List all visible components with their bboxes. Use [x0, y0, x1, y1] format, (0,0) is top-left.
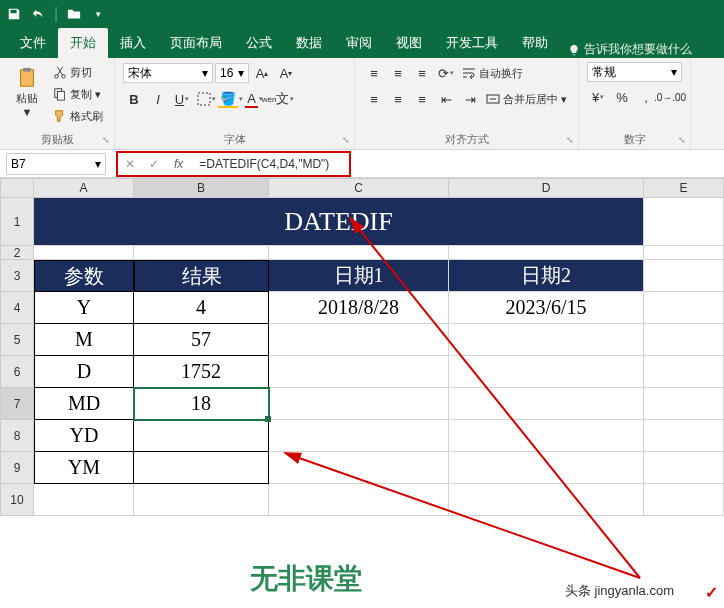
phonetic-button[interactable]: wén文▾: [267, 88, 289, 110]
row-header-8[interactable]: 8: [0, 420, 34, 452]
row-header-5[interactable]: 5: [0, 324, 34, 356]
cell[interactable]: [644, 292, 724, 324]
cell[interactable]: [644, 198, 724, 246]
formula-input[interactable]: =DATEDIF(C4,D4,"MD"): [191, 157, 329, 171]
col-header-e[interactable]: E: [644, 178, 724, 198]
currency-button[interactable]: ¥▾: [587, 86, 609, 108]
fx-icon[interactable]: fx: [166, 157, 191, 171]
underline-button[interactable]: U▾: [171, 88, 193, 110]
tell-me-search[interactable]: 告诉我你想要做什么: [568, 41, 692, 58]
cell[interactable]: [449, 420, 644, 452]
cell[interactable]: [644, 260, 724, 292]
row-header-2[interactable]: 2: [0, 246, 34, 260]
launcher-icon[interactable]: ⤡: [678, 135, 686, 145]
cancel-formula-button[interactable]: ✕: [118, 153, 142, 175]
cell-param[interactable]: Y: [34, 292, 134, 324]
col-header-c[interactable]: C: [269, 178, 449, 198]
align-right-button[interactable]: ≡: [411, 88, 433, 110]
cell-date2[interactable]: 2023/6/15: [449, 292, 644, 324]
cell[interactable]: [269, 420, 449, 452]
orientation-button[interactable]: ⟳▾: [435, 62, 457, 84]
row-header-6[interactable]: 6: [0, 356, 34, 388]
align-top-button[interactable]: ≡: [363, 62, 385, 84]
launcher-icon[interactable]: ⤡: [566, 135, 574, 145]
merge-center-button[interactable]: 合并后居中▾: [483, 89, 570, 109]
cell[interactable]: [134, 484, 269, 516]
cell-date1[interactable]: 2018/8/28: [269, 292, 449, 324]
cell[interactable]: [269, 484, 449, 516]
paste-button[interactable]: 粘贴 ▼: [8, 62, 46, 122]
tab-data[interactable]: 数据: [284, 28, 334, 58]
row-header-7[interactable]: 7: [0, 388, 34, 420]
align-center-button[interactable]: ≡: [387, 88, 409, 110]
cell[interactable]: [269, 356, 449, 388]
cell-param[interactable]: YD: [34, 420, 134, 452]
col-header-b[interactable]: B: [134, 178, 269, 198]
select-all-corner[interactable]: [0, 178, 34, 198]
cell[interactable]: [269, 246, 449, 260]
tab-help[interactable]: 帮助: [510, 28, 560, 58]
wrap-text-button[interactable]: 自动换行: [459, 63, 526, 83]
decrease-font-button[interactable]: A▾: [275, 62, 297, 84]
cell[interactable]: [449, 484, 644, 516]
name-box[interactable]: B7▾: [6, 153, 106, 175]
decrease-indent-button[interactable]: ⇤: [435, 88, 457, 110]
cell[interactable]: [449, 324, 644, 356]
increase-font-button[interactable]: A▴: [251, 62, 273, 84]
cell[interactable]: [34, 246, 134, 260]
cell[interactable]: [644, 452, 724, 484]
cell[interactable]: [134, 246, 269, 260]
cell-result[interactable]: [134, 420, 269, 452]
tab-home[interactable]: 开始: [58, 28, 108, 58]
row-header-9[interactable]: 9: [0, 452, 34, 484]
launcher-icon[interactable]: ⤡: [102, 135, 110, 145]
cell[interactable]: [269, 452, 449, 484]
tab-view[interactable]: 视图: [384, 28, 434, 58]
tab-review[interactable]: 审阅: [334, 28, 384, 58]
cut-button[interactable]: 剪切: [50, 62, 106, 82]
save-icon[interactable]: [6, 6, 22, 22]
cell-result[interactable]: [134, 452, 269, 484]
fill-color-button[interactable]: 🪣▾: [219, 88, 241, 110]
col-header-a[interactable]: A: [34, 178, 134, 198]
cell[interactable]: [644, 388, 724, 420]
tab-layout[interactable]: 页面布局: [158, 28, 234, 58]
cell-result[interactable]: 57: [134, 324, 269, 356]
cell-param[interactable]: YM: [34, 452, 134, 484]
cell-param[interactable]: D: [34, 356, 134, 388]
cell-result-selected[interactable]: 18: [134, 388, 269, 420]
header-result[interactable]: 结果: [134, 260, 269, 292]
undo-icon[interactable]: [30, 6, 46, 22]
tab-dev[interactable]: 开发工具: [434, 28, 510, 58]
col-header-d[interactable]: D: [449, 178, 644, 198]
fill-handle[interactable]: [265, 416, 271, 422]
tab-formulas[interactable]: 公式: [234, 28, 284, 58]
increase-indent-button[interactable]: ⇥: [459, 88, 481, 110]
cell[interactable]: [644, 484, 724, 516]
row-header-3[interactable]: 3: [0, 260, 34, 292]
cell[interactable]: [34, 484, 134, 516]
row-header-1[interactable]: 1: [0, 198, 34, 246]
align-middle-button[interactable]: ≡: [387, 62, 409, 84]
cell[interactable]: [644, 356, 724, 388]
cell-result[interactable]: 1752: [134, 356, 269, 388]
header-date2[interactable]: 日期2: [449, 260, 644, 292]
increase-decimal-button[interactable]: .0→.00: [659, 86, 681, 108]
enter-formula-button[interactable]: ✓: [142, 153, 166, 175]
launcher-icon[interactable]: ⤡: [342, 135, 350, 145]
italic-button[interactable]: I: [147, 88, 169, 110]
cell[interactable]: [644, 324, 724, 356]
align-left-button[interactable]: ≡: [363, 88, 385, 110]
number-format-select[interactable]: 常规▾: [587, 62, 682, 82]
header-param[interactable]: 参数: [34, 260, 134, 292]
percent-button[interactable]: %: [611, 86, 633, 108]
cell[interactable]: [269, 388, 449, 420]
cell[interactable]: [644, 420, 724, 452]
copy-button[interactable]: 复制▾: [50, 84, 106, 104]
font-name-select[interactable]: 宋体▾: [123, 63, 213, 83]
cell-param[interactable]: MD: [34, 388, 134, 420]
row-header-10[interactable]: 10: [0, 484, 34, 516]
format-painter-button[interactable]: 格式刷: [50, 106, 106, 126]
cell-result[interactable]: 4: [134, 292, 269, 324]
cell[interactable]: [449, 452, 644, 484]
